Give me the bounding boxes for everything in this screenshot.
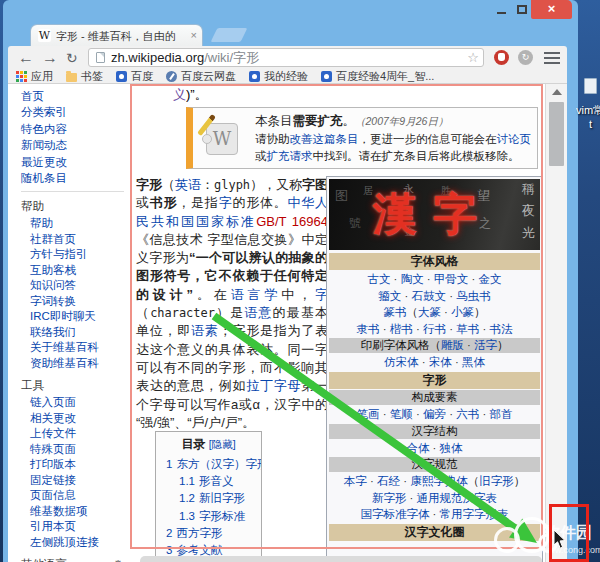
bookmark-item[interactable]: 我的经验 bbox=[249, 69, 308, 84]
seg-link[interactable]: 独体 bbox=[440, 442, 463, 454]
reload-button[interactable]: ↻ bbox=[66, 47, 78, 69]
sidebar-item[interactable]: 固定链接 bbox=[30, 473, 132, 489]
seg-link[interactable]: 语素 bbox=[191, 323, 219, 338]
browser-tab[interactable]: W 字形 - 维基百科，自由的 × bbox=[30, 24, 203, 46]
toc-entry[interactable]: 1.1形音义 bbox=[156, 473, 261, 490]
seg-link[interactable]: 新字形 bbox=[372, 492, 407, 504]
window-close-button[interactable]: × bbox=[531, 0, 572, 19]
sidebar-item[interactable]: 社群首页 bbox=[30, 232, 132, 248]
sidebar-item[interactable]: 联络我们 bbox=[30, 325, 132, 341]
seg-link[interactable]: 旧字形 bbox=[479, 475, 514, 487]
bookmark-item[interactable]: 百度云网盘 bbox=[166, 69, 236, 84]
scroll-up-arrow-icon[interactable] bbox=[552, 89, 562, 95]
bookmark-item[interactable]: 书签 bbox=[66, 69, 103, 84]
gear-icon[interactable]: ⚙ bbox=[113, 557, 123, 562]
sidebar-item[interactable]: 资助维基百科 bbox=[30, 356, 132, 372]
sidebar-item[interactable]: 引用本页 bbox=[30, 519, 132, 535]
seg-link[interactable]: 隶书 bbox=[357, 323, 380, 335]
desktop-file-icon[interactable] bbox=[584, 78, 597, 94]
seg-link[interactable]: 石鼓文 bbox=[412, 290, 447, 302]
seg-link[interactable]: 语言学 bbox=[231, 287, 282, 302]
seg-link[interactable]: 篆书 bbox=[383, 306, 406, 318]
seg-link[interactable]: 宋体 bbox=[429, 356, 452, 368]
toc-hide-toggle[interactable]: [隐藏] bbox=[209, 438, 236, 450]
seg-link[interactable]: 陶文 bbox=[401, 273, 424, 285]
sidebar-item[interactable]: 帮助 bbox=[30, 216, 132, 232]
seg-link[interactable]: 楷书 bbox=[390, 323, 413, 335]
seg-link[interactable]: 合体 bbox=[406, 442, 429, 454]
seg-link[interactable]: 仿宋体 bbox=[384, 356, 419, 368]
sidebar-item[interactable]: 首页 bbox=[21, 88, 132, 104]
sidebar-item[interactable]: 方针与指引 bbox=[30, 247, 132, 263]
adblock-extension-icon[interactable] bbox=[494, 50, 509, 65]
bookmark-item[interactable]: 百度 bbox=[116, 69, 153, 84]
seg-link[interactable]: 籀文 bbox=[378, 290, 401, 302]
sidebar-item[interactable]: 字词转换 bbox=[30, 294, 132, 310]
scrollbar-thumb[interactable] bbox=[549, 102, 564, 166]
sidebar-item[interactable]: 特色内容 bbox=[21, 121, 132, 137]
sidebar-item[interactable]: 链入页面 bbox=[30, 395, 132, 411]
seg-link[interactable]: 康熙字典体 bbox=[410, 475, 468, 487]
seg-red[interactable]: GB/T 16964 bbox=[256, 214, 328, 229]
seg-link[interactable]: 书法 bbox=[489, 323, 512, 335]
seg-link[interactable]: 改善这篇条目 bbox=[290, 133, 359, 145]
seg-link[interactable]: 六书 bbox=[456, 408, 479, 420]
hanzi-calligraphy-image[interactable]: 图號居永和金胜望之稱夜光 漢字 bbox=[329, 179, 540, 250]
seg-link[interactable]: 笔顺 bbox=[390, 408, 413, 420]
seg-link[interactable]: 本字 bbox=[344, 475, 367, 487]
window-maximize-button[interactable] bbox=[514, 4, 530, 16]
toc-entry[interactable]: 1.3字形标准 bbox=[156, 508, 261, 525]
seg-link[interactable]: 石经 bbox=[377, 475, 400, 487]
sidebar-item[interactable]: 打印版本 bbox=[30, 457, 132, 473]
sidebar-item[interactable]: 新闻动态 bbox=[21, 137, 132, 153]
seg-link[interactable]: 通用规范汉字表 bbox=[417, 492, 498, 504]
seg-link[interactable]: 拉丁字母 bbox=[246, 378, 301, 393]
tab-close-icon[interactable]: × bbox=[191, 29, 197, 42]
bookmark-item[interactable]: 应用 bbox=[16, 69, 53, 84]
seg-link[interactable]: 草书 bbox=[456, 323, 479, 335]
sidebar-item[interactable]: 关于维基百科 bbox=[30, 340, 132, 356]
seg-link[interactable]: 行书 bbox=[423, 323, 446, 335]
sidebar-item[interactable]: 分类索引 bbox=[21, 104, 132, 120]
seg-link[interactable]: 古文 bbox=[367, 273, 390, 285]
extension-icon[interactable]: ↻ bbox=[518, 50, 533, 65]
forward-button[interactable]: → bbox=[42, 47, 58, 69]
seg-link[interactable]: 黑体 bbox=[462, 356, 485, 368]
seg-link[interactable]: 鸟虫书 bbox=[456, 290, 491, 302]
seg-link[interactable]: 英语 bbox=[175, 177, 201, 192]
window-minimize-button[interactable] bbox=[494, 4, 510, 16]
seg-link[interactable]: 国字标准字体 bbox=[360, 508, 429, 520]
sidebar-item[interactable]: 最近更改 bbox=[21, 154, 132, 170]
seg-link[interactable]: 部首 bbox=[489, 408, 512, 420]
sidebar-item[interactable]: 页面信息 bbox=[30, 488, 132, 504]
sidebar-item[interactable]: 左侧跳顶连接 bbox=[30, 535, 132, 551]
seg-link[interactable]: 甲骨文 bbox=[434, 273, 469, 285]
chrome-menu-icon[interactable] bbox=[544, 52, 560, 64]
seg-link[interactable]: 扩充请求 bbox=[267, 150, 313, 162]
browser-scrollbar[interactable] bbox=[545, 84, 567, 562]
sidebar-item[interactable]: IRC即时聊天 bbox=[30, 309, 132, 325]
sidebar-item[interactable]: 上传文件 bbox=[30, 426, 132, 442]
bookmark-star-icon[interactable]: ☆ bbox=[467, 49, 479, 67]
seg-link[interactable]: 语意 bbox=[244, 305, 272, 320]
bookmark-item[interactable]: 百度经验4周年_智... bbox=[321, 69, 434, 84]
sidebar-item[interactable]: 互助客栈 bbox=[30, 263, 132, 279]
seg-link[interactable]: 讨论页 bbox=[497, 133, 532, 145]
seg-link[interactable]: 笔画 bbox=[357, 408, 380, 420]
address-bar[interactable]: zh.wikipedia.org/wiki/字形 ☆ bbox=[88, 48, 484, 67]
sidebar-item[interactable]: 特殊页面 bbox=[30, 442, 132, 458]
seg-link[interactable]: 字 bbox=[219, 195, 233, 210]
sidebar-item[interactable]: 维基数据项 bbox=[30, 504, 132, 520]
seg-link[interactable]: 小篆 bbox=[451, 306, 474, 318]
seg-link[interactable]: 常用字字形表 bbox=[440, 508, 509, 520]
seg-link[interactable]: 活字 bbox=[474, 339, 497, 351]
sidebar-item[interactable]: 随机条目 bbox=[21, 170, 132, 186]
toc-entry[interactable]: 1东方（汉字）字形 bbox=[156, 456, 261, 473]
sidebar-item[interactable]: 相关更改 bbox=[30, 411, 132, 427]
seg-link[interactable]: 雕版 bbox=[441, 339, 464, 351]
seg-vis[interactable]: 义 bbox=[173, 87, 186, 102]
seg-link[interactable]: 金文 bbox=[479, 273, 502, 285]
seg-link[interactable]: 偏旁 bbox=[423, 408, 446, 420]
toc-entry[interactable]: 2西方字形 bbox=[156, 525, 261, 542]
seg-link[interactable]: 大篆 bbox=[418, 306, 441, 318]
